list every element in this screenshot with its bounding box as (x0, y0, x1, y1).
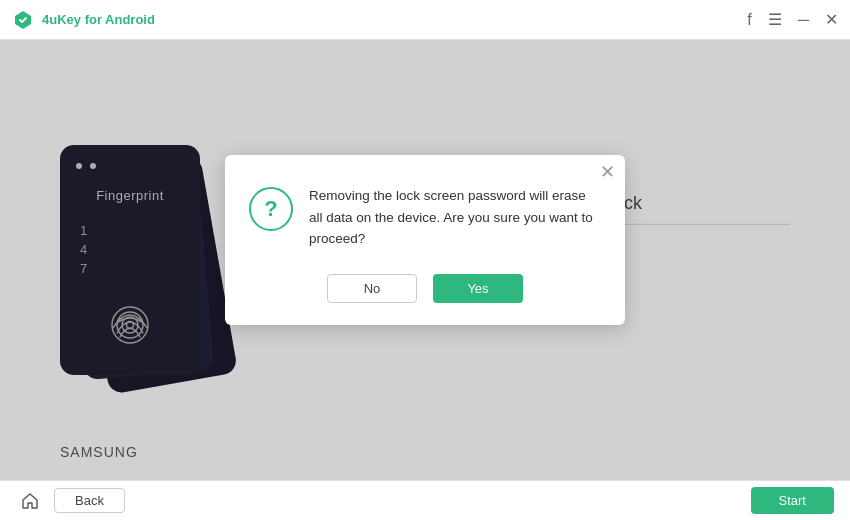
back-button[interactable]: Back (54, 488, 125, 513)
app-name: 4uKey for Android (42, 12, 155, 27)
confirm-dialog: ✕ ? Removing the lock screen password wi… (225, 155, 625, 325)
minimize-icon[interactable]: ─ (798, 11, 809, 29)
bottom-left: Back (16, 487, 125, 515)
dialog-close-icon[interactable]: ✕ (600, 163, 615, 181)
dialog-question-icon-wrap: ? (249, 187, 293, 231)
dialog-footer: No Yes (225, 274, 625, 325)
dialog-body: ? Removing the lock screen password will… (225, 181, 625, 274)
home-icon (21, 492, 39, 510)
dialog-question-mark: ? (264, 198, 277, 220)
title-bar: 4uKey for Android f ☰ ─ ✕ (0, 0, 850, 40)
app-logo-icon (12, 9, 34, 31)
close-icon[interactable]: ✕ (825, 10, 838, 29)
yes-button[interactable]: Yes (433, 274, 523, 303)
title-bar-left: 4uKey for Android (12, 9, 155, 31)
start-button[interactable]: Start (751, 487, 834, 514)
dialog-message: Removing the lock screen password will e… (309, 185, 601, 250)
facebook-icon[interactable]: f (747, 11, 751, 29)
dialog-header: ✕ (225, 155, 625, 181)
main-content: Fingerprint 1 4 7 (0, 40, 850, 480)
title-bar-right: f ☰ ─ ✕ (747, 10, 838, 29)
menu-icon[interactable]: ☰ (768, 10, 782, 29)
no-button[interactable]: No (327, 274, 417, 303)
modal-overlay: ✕ ? Removing the lock screen password wi… (0, 40, 850, 480)
home-button[interactable] (16, 487, 44, 515)
bottom-bar: Back Start (0, 480, 850, 520)
